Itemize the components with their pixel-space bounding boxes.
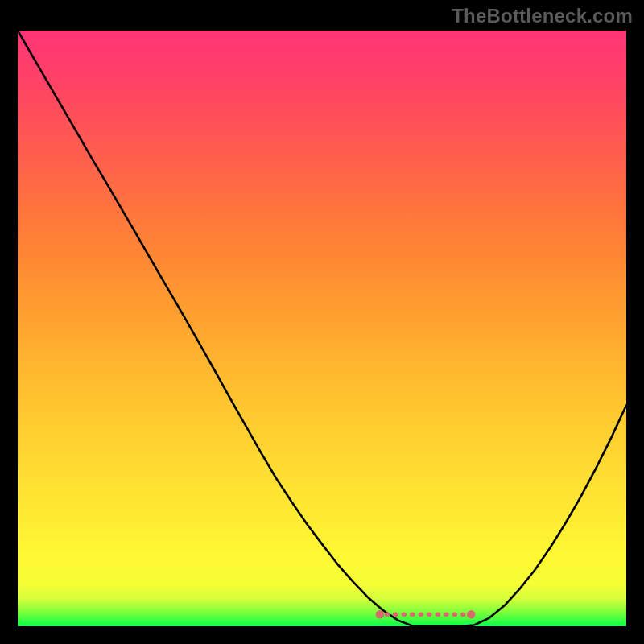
optimal-dash	[436, 612, 441, 617]
watermark-text: TheBottleneck.com	[452, 5, 633, 27]
optimal-dash	[419, 612, 424, 617]
optimal-dash	[393, 612, 398, 617]
chart-frame: TheBottleneck.com	[0, 0, 644, 644]
curve-layer	[18, 31, 626, 626]
optimal-dash	[402, 612, 407, 617]
optimal-dash	[427, 612, 432, 617]
bottleneck-curve	[18, 31, 626, 626]
optimal-dash	[385, 612, 390, 617]
optimal-endpoint	[376, 610, 384, 618]
optimal-dash	[452, 612, 458, 617]
optimal-dash	[460, 612, 466, 617]
optimal-endpoint	[467, 610, 475, 618]
optimal-dash	[410, 612, 415, 617]
optimal-dash	[444, 612, 449, 617]
plot-area	[18, 31, 626, 626]
